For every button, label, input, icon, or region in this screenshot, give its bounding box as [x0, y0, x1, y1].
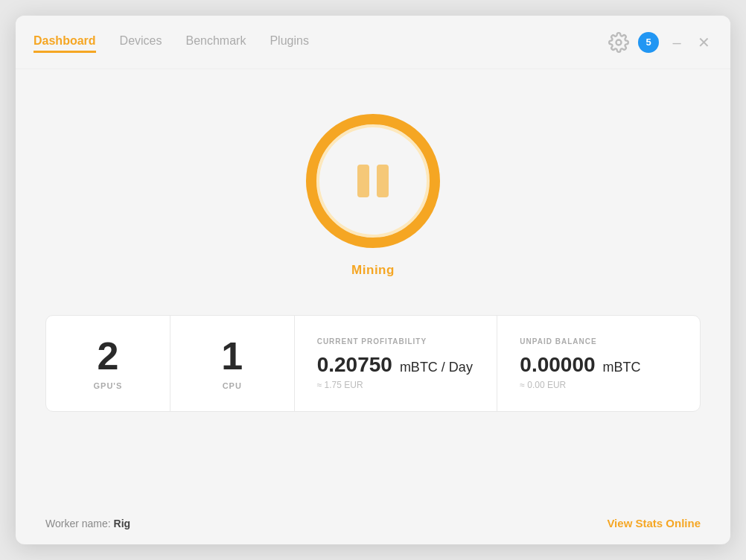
balance-value: 0.00000 — [520, 353, 595, 377]
main-content: Mining 2 GPU'S 1 CPU CURRENT PROFITABILI… — [16, 69, 730, 487]
mining-toggle-button[interactable] — [306, 114, 440, 248]
tab-devices[interactable]: Devices — [120, 31, 162, 53]
profitability-title: CURRENT PROFITABILITY — [317, 337, 427, 346]
profitability-value: 0.20750 — [317, 353, 392, 377]
worker-name-value: Rig — [114, 518, 131, 529]
nav-tabs: Dashboard Devices Benchmark Plugins — [34, 31, 608, 53]
profitability-sub: ≈ 1.75 EUR — [317, 380, 363, 390]
app-window: Dashboard Devices Benchmark Plugins 5 – … — [16, 16, 730, 544]
close-button[interactable]: ✕ — [695, 34, 712, 51]
profitability-unit: mBTC / Day — [400, 360, 473, 375]
cpu-label: CPU — [223, 381, 242, 390]
svg-point-0 — [616, 39, 622, 45]
profitability-block: CURRENT PROFITABILITY 0.20750 mBTC / Day… — [295, 316, 498, 411]
view-stats-link[interactable]: View Stats Online — [607, 517, 701, 529]
pause-bar-right — [377, 165, 389, 197]
nav-bar: Dashboard Devices Benchmark Plugins 5 – … — [16, 16, 730, 69]
nav-controls: 5 – ✕ — [608, 32, 712, 53]
cpu-count: 1 — [221, 337, 243, 375]
worker-name: Worker name: Rig — [45, 518, 130, 529]
tab-plugins[interactable]: Plugins — [270, 31, 308, 53]
stats-section: 2 GPU'S 1 CPU CURRENT PROFITABILITY 0.20… — [45, 315, 701, 412]
gpu-label: GPU'S — [94, 381, 123, 390]
worker-prefix: Worker name: — [45, 518, 114, 529]
mining-container: Mining — [306, 114, 440, 278]
settings-icon[interactable] — [608, 32, 629, 53]
gpu-count: 2 — [97, 337, 118, 375]
balance-title: UNPAID BALANCE — [520, 337, 596, 346]
pause-bar-left — [357, 165, 369, 197]
balance-sub: ≈ 0.00 EUR — [520, 380, 566, 390]
mining-status-label: Mining — [351, 263, 395, 278]
cpu-stat-block: 1 CPU — [170, 316, 295, 411]
balance-unit: mBTC — [603, 360, 641, 375]
balance-block: UNPAID BALANCE 0.00000 mBTC ≈ 0.00 EUR — [497, 316, 700, 411]
pause-icon — [357, 165, 389, 197]
notification-badge[interactable]: 5 — [638, 32, 659, 53]
gpu-stat-block: 2 GPU'S — [46, 316, 170, 411]
footer: Worker name: Rig View Stats Online — [16, 502, 730, 544]
tab-dashboard[interactable]: Dashboard — [34, 31, 96, 53]
tab-benchmark[interactable]: Benchmark — [185, 31, 246, 53]
minimize-button[interactable]: – — [668, 34, 686, 51]
